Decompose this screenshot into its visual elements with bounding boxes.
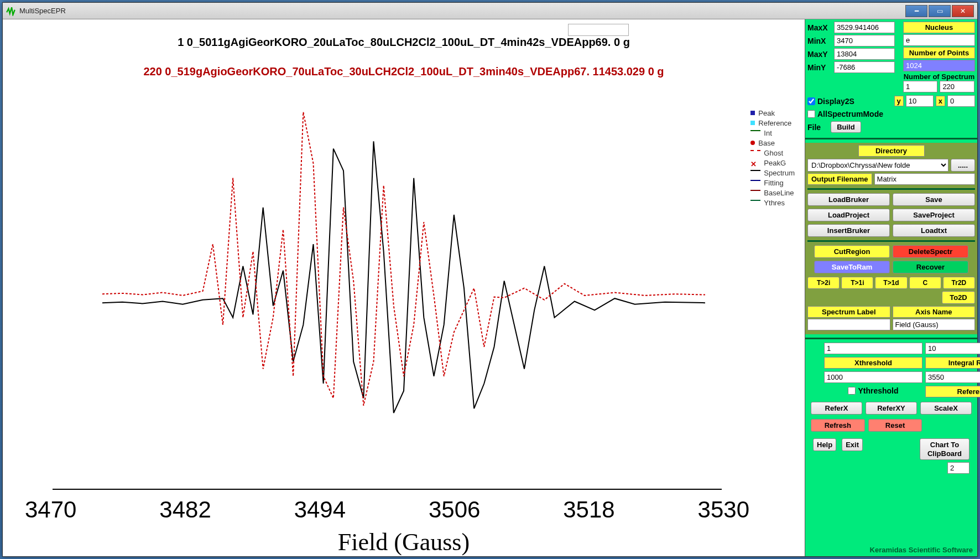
chart-to-clipboard-button[interactable]: Chart To ClipBoard [920, 438, 969, 460]
file-label: File [807, 123, 821, 132]
top-search-input[interactable] [568, 24, 629, 36]
output-filename-label: Output Filename [807, 173, 872, 185]
spectrum-label-input[interactable] [807, 319, 890, 330]
integral-region-label: Integral Region [925, 357, 980, 369]
referx-button[interactable]: ReferX [811, 402, 862, 415]
ythreshold-label: Ythreshold [858, 386, 898, 395]
directory-select[interactable]: D:\Dropbox\Chryssa\New folde [807, 159, 948, 172]
deletespectr-button[interactable]: DeleteSpectr [893, 245, 968, 258]
side-panel: MaxX MinX MaxY MinY Nucleus Number of Po… [805, 19, 977, 556]
display-y-label: y [894, 96, 904, 106]
legend: Peak Reference Int Base Ghost ✕PeakG Spe… [750, 108, 795, 208]
loadtxt-button[interactable]: Loadtxt [893, 224, 975, 237]
nspectrum-label: Number of Spectrum [903, 73, 975, 81]
npoints-input[interactable] [903, 60, 975, 71]
x-ticks: 3470 3482 3494 3506 3518 3530 [25, 496, 749, 523]
minx-label: MinX [807, 37, 832, 45]
output-filename-input[interactable] [874, 173, 975, 185]
legend-ythres: Ythres [764, 199, 785, 207]
exit-button[interactable]: Exit [842, 438, 863, 451]
thresh-a-input[interactable] [824, 343, 922, 354]
minx-input[interactable] [834, 35, 895, 46]
window-title: MultiSpecEPR [19, 7, 905, 15]
legend-ghost: Ghost [764, 149, 783, 157]
loadbruker-button[interactable]: LoadBruker [807, 193, 890, 206]
help-button[interactable]: Help [813, 438, 836, 451]
legend-peakg: PeakG [764, 159, 786, 167]
display-y-input[interactable] [906, 95, 934, 107]
axis-name-label: Axis Name [893, 306, 976, 318]
legend-spectrum: Spectrum [764, 169, 795, 177]
save-button[interactable]: Save [893, 193, 975, 206]
legend-int: Int [764, 129, 772, 137]
c-button[interactable]: C [909, 277, 941, 289]
tr2d-button[interactable]: Tr2D [943, 277, 975, 289]
miny-label: MinY [807, 63, 832, 72]
legend-base: Base [758, 139, 775, 147]
spectrum-chart [91, 78, 716, 432]
maxx-input[interactable] [834, 22, 895, 33]
directory-browse-button[interactable]: ..... [951, 159, 975, 172]
referxy-button[interactable]: ReferXY [866, 402, 917, 415]
axis-name-input[interactable] [893, 319, 976, 330]
reset-button[interactable]: Reset [868, 419, 922, 432]
insertbruker-button[interactable]: InsertBruker [807, 224, 890, 237]
t1i-button[interactable]: T>1i [841, 277, 873, 289]
nspectrum-b-input[interactable] [940, 81, 974, 92]
x-axis [53, 489, 722, 490]
titlebar: MultiSpecEPR ━ ▭ ✕ [3, 3, 977, 19]
maximize-button[interactable]: ▭ [929, 5, 951, 17]
display-x-input[interactable] [947, 95, 975, 107]
t1d-button[interactable]: T>1d [875, 277, 907, 289]
close-button[interactable]: ✕ [952, 5, 974, 17]
build-button[interactable]: Build [831, 121, 861, 133]
ythreshold-checkbox[interactable] [848, 387, 856, 395]
integral-region-input[interactable] [925, 371, 980, 383]
recover-button[interactable]: Recover [893, 261, 968, 273]
npoints-label: Number of Points [903, 47, 975, 59]
chart-title-2: 220 0_519gAgioGeorKORO_70uLaToc_30uLCH2C… [8, 65, 799, 78]
savetoram-button[interactable]: SaveToRam [814, 261, 890, 273]
cutregion-button[interactable]: CutRegion [814, 245, 890, 258]
t2i-button[interactable]: T>2i [807, 277, 840, 289]
allspectrum-label: AllSpectrumMode [817, 110, 883, 118]
x-axis-label: Field (Gauss) [3, 528, 805, 556]
minimize-button[interactable]: ━ [905, 5, 927, 17]
refresh-button[interactable]: Refresh [811, 419, 865, 432]
miny-input[interactable] [834, 61, 895, 73]
to2d-button[interactable]: To2D [942, 291, 975, 304]
legend-reference: Reference [758, 119, 791, 127]
legend-baseline: BaseLine [764, 189, 794, 197]
loadproject-button[interactable]: LoadProject [807, 209, 890, 221]
chart-clipboard-n-input[interactable] [947, 462, 969, 474]
legend-peak: Peak [758, 109, 775, 117]
display-x-label: x [936, 96, 945, 106]
display2s-checkbox[interactable] [807, 97, 815, 105]
footer-credit: Keramidas Scientific Software [870, 546, 973, 554]
xthreshold-input[interactable] [824, 371, 922, 383]
nucleus-input[interactable] [903, 34, 975, 46]
maxy-input[interactable] [834, 48, 895, 60]
nucleus-label: Nucleus [903, 22, 975, 33]
legend-fitting: Fitting [764, 179, 783, 187]
app-icon [6, 6, 16, 16]
directory-label: Directory [858, 145, 925, 157]
xthreshold-label: Xthreshold [824, 357, 922, 369]
maxy-label: MaxY [807, 50, 832, 59]
allspectrum-checkbox[interactable] [807, 110, 815, 118]
spectrum-label-label: Spectrum Label [807, 306, 890, 318]
display2s-label: Display2S [817, 97, 854, 106]
thresh-b-input[interactable] [925, 343, 980, 354]
chart-area: 1 0_5011gAgiGeorKORO_20uLaToc_80uLCH2Cl2… [3, 19, 805, 556]
reference-label: Reference [925, 386, 980, 397]
chart-title-1: 1 0_5011gAgiGeorKORO_20uLaToc_80uLCH2Cl2… [8, 36, 799, 49]
saveproject-button[interactable]: SaveProject [893, 209, 975, 221]
maxx-label: MaxX [807, 23, 832, 32]
scalex-button[interactable]: ScaleX [920, 402, 972, 415]
nspectrum-a-input[interactable] [903, 81, 937, 92]
